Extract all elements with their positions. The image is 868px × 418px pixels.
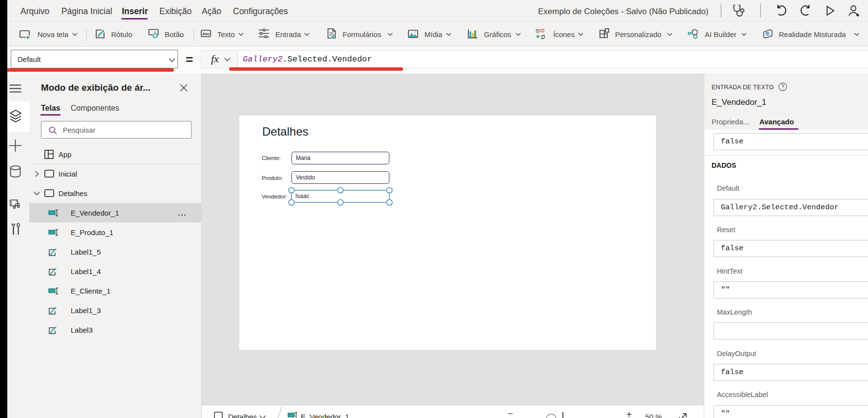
svg-text:Abc: Abc: [202, 32, 210, 36]
